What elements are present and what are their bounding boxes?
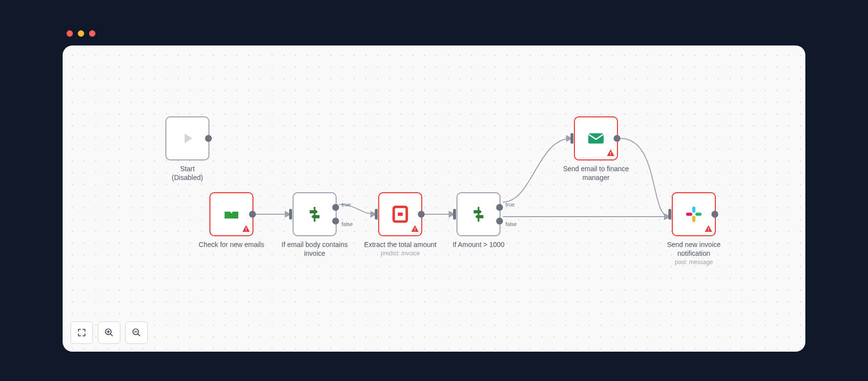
warning-icon bbox=[411, 224, 419, 233]
port-label-true: true bbox=[342, 202, 351, 207]
port-out-true[interactable] bbox=[332, 204, 339, 211]
fit-view-icon bbox=[77, 328, 87, 337]
port-out[interactable] bbox=[614, 135, 620, 142]
node-if-amount-label: If Amount > 1000 bbox=[439, 240, 518, 249]
fit-view-button[interactable] bbox=[70, 321, 93, 344]
titlebar bbox=[55, 22, 813, 45]
node-send-slack-sublabel: post: message bbox=[655, 259, 733, 266]
svg-rect-15 bbox=[708, 227, 709, 229]
port-in[interactable] bbox=[375, 209, 378, 220]
app-window: Start (Disabled) Check for new emails bbox=[55, 22, 813, 359]
port-label-true: true bbox=[505, 202, 515, 207]
node-send-slack-label: Send new invoice notification bbox=[655, 240, 733, 258]
svg-rect-2 bbox=[314, 207, 315, 222]
node-start-label: Start (Disabled) bbox=[148, 164, 227, 182]
svg-rect-8 bbox=[588, 133, 604, 143]
node-start-box[interactable] bbox=[165, 116, 209, 160]
node-if-amount[interactable]: true false If Amount > 1000 bbox=[457, 192, 501, 249]
node-send-slack-box[interactable] bbox=[672, 192, 716, 236]
port-out-false[interactable] bbox=[332, 218, 339, 224]
slack-icon bbox=[685, 205, 703, 224]
node-extract-box[interactable] bbox=[378, 192, 422, 236]
window-close-dot[interactable] bbox=[67, 30, 73, 37]
svg-rect-12 bbox=[695, 212, 702, 215]
node-send-email[interactable]: Send email to finance manager bbox=[574, 116, 618, 182]
inbox-icon bbox=[221, 204, 242, 224]
node-send-slack[interactable]: Send new invoice notification post: mess… bbox=[672, 192, 716, 266]
port-in[interactable] bbox=[453, 209, 456, 220]
node-check-emails-box[interactable] bbox=[209, 192, 253, 236]
warning-icon bbox=[704, 224, 713, 233]
zoom-in-icon bbox=[104, 328, 114, 337]
svg-rect-4 bbox=[398, 212, 403, 216]
svg-rect-13 bbox=[692, 216, 695, 222]
node-if-body-box[interactable]: true false bbox=[293, 192, 337, 236]
node-check-emails[interactable]: Check for new emails bbox=[209, 192, 253, 249]
workflow-canvas[interactable]: Start (Disabled) Check for new emails bbox=[63, 45, 805, 352]
port-out[interactable] bbox=[711, 211, 718, 218]
svg-rect-7 bbox=[478, 207, 479, 222]
port-out[interactable] bbox=[249, 211, 256, 218]
window-minimize-dot[interactable] bbox=[78, 30, 84, 37]
extract-icon bbox=[390, 204, 410, 224]
port-out-false[interactable] bbox=[496, 218, 503, 224]
zoom-in-button[interactable] bbox=[98, 321, 120, 344]
warning-icon bbox=[606, 149, 615, 157]
port-label-false: false bbox=[342, 221, 353, 227]
branch-icon bbox=[469, 204, 488, 224]
node-extract-sublabel: predict: invoice bbox=[361, 250, 439, 257]
port-out[interactable] bbox=[205, 135, 212, 142]
node-extract-label: Extract the total amount bbox=[361, 240, 439, 249]
window-maximize-dot[interactable] bbox=[89, 30, 95, 37]
warning-icon bbox=[242, 224, 251, 233]
node-if-body-label: If email body contains invoice bbox=[275, 240, 354, 258]
port-out[interactable] bbox=[418, 211, 425, 218]
svg-rect-5 bbox=[414, 227, 415, 229]
node-send-email-box[interactable] bbox=[574, 116, 618, 160]
node-send-email-label: Send email to finance manager bbox=[557, 164, 635, 182]
port-in[interactable] bbox=[571, 133, 573, 144]
node-if-body[interactable]: true false If email body contains invoic… bbox=[293, 192, 337, 258]
play-icon bbox=[179, 130, 196, 147]
svg-rect-10 bbox=[610, 154, 611, 155]
node-extract[interactable]: Extract the total amount predict: invoic… bbox=[378, 192, 422, 257]
port-out-true[interactable] bbox=[496, 204, 503, 211]
canvas-controls bbox=[70, 321, 148, 344]
port-in[interactable] bbox=[289, 209, 292, 220]
node-check-emails-label: Check for new emails bbox=[192, 240, 271, 249]
envelope-icon bbox=[586, 128, 606, 149]
svg-rect-0 bbox=[246, 227, 247, 229]
canvas-wrapper: Start (Disabled) Check for new emails bbox=[63, 45, 805, 352]
svg-rect-16 bbox=[708, 230, 709, 231]
zoom-out-icon bbox=[132, 328, 141, 337]
node-if-amount-box[interactable]: true false bbox=[457, 192, 501, 236]
svg-rect-9 bbox=[610, 152, 611, 154]
node-start[interactable]: Start (Disabled) bbox=[165, 116, 209, 182]
zoom-out-button[interactable] bbox=[125, 321, 148, 344]
svg-rect-11 bbox=[692, 206, 695, 213]
port-label-false: false bbox=[505, 221, 517, 227]
svg-rect-1 bbox=[246, 230, 247, 231]
svg-rect-14 bbox=[686, 212, 692, 215]
port-in[interactable] bbox=[668, 209, 671, 220]
branch-icon bbox=[305, 204, 324, 224]
svg-rect-6 bbox=[414, 230, 415, 231]
